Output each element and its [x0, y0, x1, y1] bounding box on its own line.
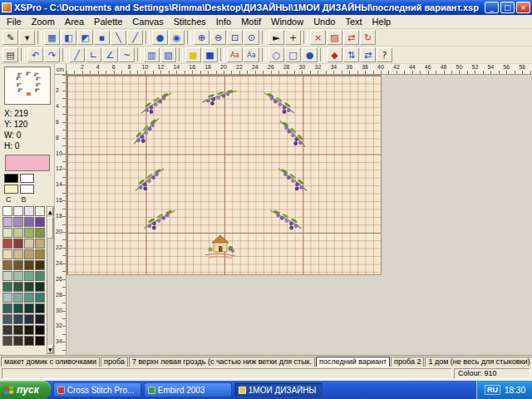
palette-swatch[interactable]: [24, 325, 34, 335]
palette-swatch[interactable]: [13, 325, 23, 335]
design-tab[interactable]: 7 верхн левая гроздь (с частью ниж ветки…: [129, 357, 315, 367]
palette-swatch[interactable]: [24, 336, 34, 346]
quarter-stitch-icon[interactable]: ◩: [77, 30, 93, 45]
rectangle-tool-icon[interactable]: □: [285, 47, 301, 62]
scroll-down-icon[interactable]: ▼: [47, 345, 53, 353]
palette-swatch[interactable]: [2, 249, 12, 259]
menu-item-motif[interactable]: Motif: [236, 16, 266, 27]
scrollbar-thumb[interactable]: [47, 217, 53, 239]
palette-swatch[interactable]: [13, 271, 23, 281]
palette-swatch[interactable]: [24, 239, 34, 249]
palette-swatch[interactable]: [2, 260, 12, 270]
curve-tool-icon[interactable]: ~: [119, 47, 135, 62]
palette-swatch[interactable]: [35, 249, 45, 259]
text-blue-icon[interactable]: Aa: [244, 47, 259, 62]
palette-swatch[interactable]: [24, 282, 34, 292]
palette-swatch[interactable]: [2, 336, 12, 346]
palette-swatch[interactable]: [35, 228, 45, 238]
palette-swatch[interactable]: [35, 303, 45, 313]
palette-swatch[interactable]: [35, 206, 45, 216]
palette-swatch[interactable]: [2, 325, 12, 335]
menu-item-file[interactable]: File: [2, 16, 27, 27]
rotate-icon[interactable]: ↻: [360, 30, 376, 45]
palette-scrollbar[interactable]: ▲ ▼: [47, 206, 54, 354]
bead-icon[interactable]: ◉: [169, 30, 185, 45]
full-stitch-icon[interactable]: ▦: [44, 30, 60, 45]
tool-dropdown-icon[interactable]: ▾: [19, 30, 35, 45]
palette-swatch[interactable]: [35, 336, 45, 346]
zoom-full-icon[interactable]: ⊙: [244, 30, 259, 45]
language-indicator[interactable]: RU: [485, 385, 500, 395]
text-red-icon[interactable]: Aa: [227, 47, 243, 62]
ellipse-tool-icon[interactable]: ○: [268, 47, 284, 62]
filled-ellipse-icon[interactable]: ●: [302, 47, 318, 62]
help-icon[interactable]: ?: [377, 47, 392, 62]
palette-swatch[interactable]: [2, 293, 12, 303]
move-tool-icon[interactable]: +: [285, 30, 301, 45]
save-icon[interactable]: ▤: [2, 47, 18, 62]
flip-horizontal-icon[interactable]: ⇄: [360, 47, 376, 62]
palette-swatch[interactable]: [35, 293, 45, 303]
scroll-up-icon[interactable]: ▲: [47, 207, 53, 215]
palette-swatch[interactable]: [2, 206, 12, 216]
design-tab[interactable]: последний вариант: [316, 357, 390, 367]
close-button[interactable]: ×: [516, 2, 530, 13]
select-arrow-icon[interactable]: ►: [268, 30, 284, 45]
design-tab[interactable]: проба: [101, 357, 128, 367]
menu-item-stitches[interactable]: Stitches: [169, 16, 211, 27]
palette-swatch[interactable]: [13, 206, 23, 216]
palette-swatch[interactable]: [13, 239, 23, 249]
palette-swatch[interactable]: [2, 239, 12, 249]
palette-swatch[interactable]: [24, 260, 34, 270]
blue-color-icon[interactable]: ■: [202, 47, 218, 62]
menu-item-info[interactable]: Info: [211, 16, 236, 27]
palette-swatch[interactable]: [13, 303, 23, 313]
palette-swatch[interactable]: [13, 314, 23, 324]
palette-swatch[interactable]: [35, 325, 45, 335]
palette-swatch[interactable]: [35, 271, 45, 281]
maximize-button[interactable]: □: [500, 2, 515, 13]
design-tab[interactable]: проба 2: [391, 357, 424, 367]
menu-item-text[interactable]: Text: [340, 16, 367, 27]
polyline-tool-icon[interactable]: ∟: [86, 47, 101, 62]
line-tool-icon[interactable]: ╱: [69, 47, 85, 62]
palette-swatch[interactable]: [13, 260, 23, 270]
petite-stitch-icon[interactable]: ▪: [94, 30, 110, 45]
palette-swatch[interactable]: [2, 271, 12, 281]
flip-vertical-icon[interactable]: ⇅: [343, 47, 359, 62]
taskbar-item[interactable]: Cross Stitch Pro...: [53, 382, 141, 397]
zoom-area-icon[interactable]: ⊡: [227, 30, 243, 45]
menu-item-window[interactable]: Window: [266, 16, 308, 27]
start-button[interactable]: пуск: [0, 381, 51, 399]
palette-swatch[interactable]: [24, 217, 34, 227]
menu-item-zoom[interactable]: Zoom: [27, 16, 60, 27]
palette-swatch[interactable]: [35, 217, 45, 227]
palette-swatch[interactable]: [2, 217, 12, 227]
white-swatch[interactable]: [20, 174, 34, 183]
menu-item-palette[interactable]: Palette: [89, 16, 127, 27]
palette-swatch[interactable]: [35, 282, 45, 292]
special-stitch-icon[interactable]: ◆: [327, 47, 342, 62]
long-stitch-icon[interactable]: ╱: [127, 30, 143, 45]
palette-swatch[interactable]: [24, 303, 34, 313]
palette-swatch[interactable]: [24, 314, 34, 324]
angle-tool-icon[interactable]: ∠: [102, 47, 118, 62]
undo-icon[interactable]: ↶: [27, 47, 43, 62]
palette-swatch[interactable]: [13, 217, 23, 227]
palette-swatch[interactable]: [24, 249, 34, 259]
design-tab[interactable]: макет домик с оливочками: [1, 357, 100, 367]
current-color-swatch[interactable]: [5, 155, 50, 171]
menu-item-area[interactable]: Area: [60, 16, 89, 27]
yellow-swatch[interactable]: [4, 185, 18, 194]
palette-swatch[interactable]: [35, 314, 45, 324]
cream-swatch[interactable]: [20, 185, 34, 194]
palette-swatch[interactable]: [24, 206, 34, 216]
pattern-fill-icon[interactable]: ▧: [160, 47, 176, 62]
palette-swatch[interactable]: [13, 228, 23, 238]
flood-fill-icon[interactable]: ▨: [327, 30, 342, 45]
palette-swatch[interactable]: [24, 271, 34, 281]
back-stitch-icon[interactable]: ╲: [111, 30, 126, 45]
palette-swatch[interactable]: [13, 336, 23, 346]
minimize-button[interactable]: _: [485, 2, 499, 13]
palette-swatch[interactable]: [13, 282, 23, 292]
